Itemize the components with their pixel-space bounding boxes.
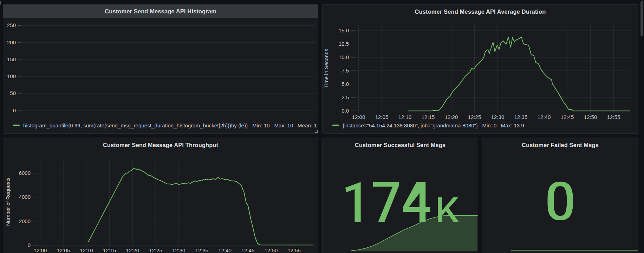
svg-text:12:25: 12:25 [468, 114, 481, 120]
svg-text:200: 200 [7, 39, 16, 45]
svg-text:12:05: 12:05 [375, 114, 389, 120]
svg-text:12:40: 12:40 [218, 247, 232, 253]
svg-text:12:35: 12:35 [514, 114, 528, 120]
svg-text:12:05: 12:05 [57, 247, 70, 253]
svg-text:0.0: 0.0 [341, 108, 349, 114]
svg-text:2.5: 2.5 [341, 94, 349, 100]
svg-text:50: 50 [10, 90, 16, 96]
svg-text:0: 0 [13, 107, 16, 113]
svg-text:6000: 6000 [19, 170, 31, 176]
svg-text:Number of Requests: Number of Requests [5, 177, 11, 226]
svg-text:12:20: 12:20 [445, 114, 458, 120]
svg-text:150: 150 [7, 56, 16, 62]
svg-text:250: 250 [7, 22, 16, 28]
svg-text:12:30: 12:30 [491, 114, 505, 120]
svg-text:100: 100 [7, 73, 16, 79]
svg-text:12:40: 12:40 [538, 114, 551, 120]
svg-text:12:25: 12:25 [149, 247, 162, 253]
svg-text:12.5: 12.5 [339, 41, 349, 47]
svg-text:4000: 4000 [19, 194, 31, 200]
svg-text:7.5: 7.5 [341, 68, 349, 74]
svg-text:12:15: 12:15 [422, 114, 435, 120]
svg-text:histogram_quantile(0.99, sum(r: histogram_quantile(0.99, sum(rate(send_m… [23, 122, 317, 128]
svg-text:12:55: 12:55 [607, 114, 620, 120]
svg-text:12:15: 12:15 [103, 247, 116, 253]
svg-text:12:20: 12:20 [126, 247, 139, 253]
svg-text:12:10: 12:10 [398, 114, 412, 120]
svg-text:2000: 2000 [19, 218, 31, 224]
svg-text:10.0: 10.0 [339, 54, 349, 60]
svg-text:12:45: 12:45 [241, 247, 255, 253]
svg-text:12:10: 12:10 [80, 247, 93, 253]
svg-text:Time in Seconds: Time in Seconds [323, 49, 329, 88]
svg-text:12:00: 12:00 [34, 247, 47, 253]
svg-text:15.0: 15.0 [339, 27, 349, 33]
svg-text:0: 0 [28, 242, 31, 248]
svg-text:12:50: 12:50 [584, 114, 597, 120]
svg-text:12:45: 12:45 [561, 114, 574, 120]
svg-text:12:50: 12:50 [265, 247, 278, 253]
svg-text:12:00: 12:00 [352, 114, 365, 120]
svg-text:12:35: 12:35 [195, 247, 209, 253]
svg-text:5.0: 5.0 [341, 81, 349, 87]
svg-text:{instance="54.154.24.138:8080": {instance="54.154.24.138:8080", job="gra… [343, 122, 524, 128]
svg-text:12:30: 12:30 [172, 247, 186, 253]
svg-text:12:55: 12:55 [287, 247, 301, 253]
